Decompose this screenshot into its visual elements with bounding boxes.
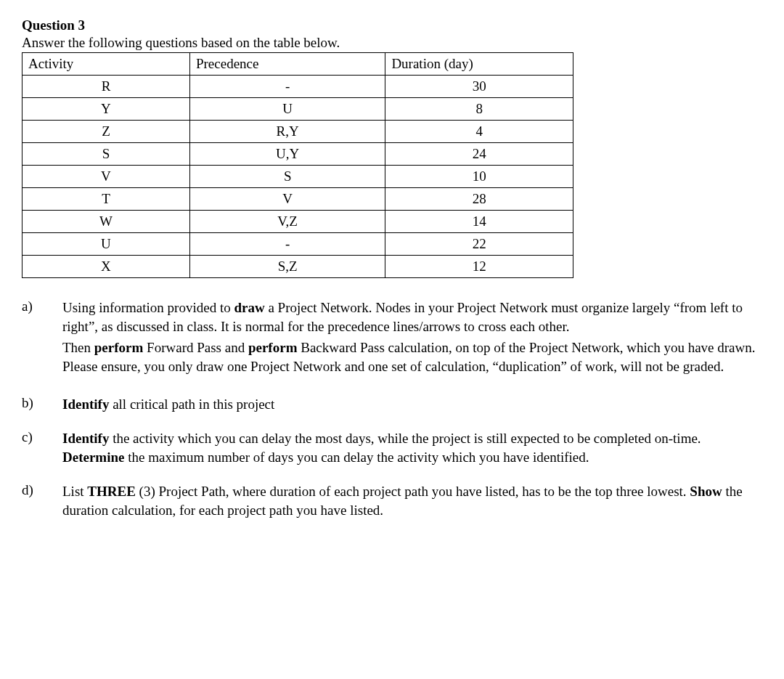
header-duration: Duration (day) — [385, 53, 573, 76]
table-cell: 14 — [385, 211, 573, 233]
table-cell: Y — [23, 98, 190, 121]
header-activity: Activity — [23, 53, 190, 76]
table-row: YU8 — [23, 98, 573, 121]
table-cell: 28 — [385, 188, 573, 211]
table-cell: X — [23, 256, 190, 278]
question-a: a) Using information provided to draw a … — [22, 298, 762, 379]
question-b: b) Identify all critical path in this pr… — [22, 395, 762, 414]
table-row: TV28 — [23, 188, 573, 211]
table-cell: V — [23, 166, 190, 188]
table-cell: T — [23, 188, 190, 211]
table-row: VS10 — [23, 166, 573, 188]
table-cell: S — [189, 166, 385, 188]
table-cell: - — [189, 233, 385, 256]
table-cell: 30 — [385, 76, 573, 98]
table-cell: - — [189, 76, 385, 98]
text: Using information provided to — [62, 300, 234, 315]
table-cell: V,Z — [189, 211, 385, 233]
table-row: U-22 — [23, 233, 573, 256]
question-text: Identify all critical path in this proje… — [62, 395, 762, 414]
text: Then — [62, 340, 94, 355]
table-header-row: Activity Precedence Duration (day) — [23, 53, 573, 76]
table-cell: 24 — [385, 143, 573, 166]
bold-text: perform — [248, 340, 298, 355]
table-row: R-30 — [23, 76, 573, 98]
bold-text: Identify — [62, 431, 109, 446]
table-cell: U — [23, 233, 190, 256]
question-label: c) — [22, 429, 42, 466]
question-text: Identify the activity which you can dela… — [62, 429, 762, 466]
bold-text: draw — [234, 300, 264, 315]
bold-text: Show — [690, 484, 722, 499]
header-precedence: Precedence — [189, 53, 385, 76]
table-cell: R — [23, 76, 190, 98]
text: the maximum number of days you can delay… — [124, 450, 589, 465]
question-label: d) — [22, 482, 42, 519]
question-intro: Answer the following questions based on … — [22, 35, 762, 51]
text: Forward Pass and — [143, 340, 248, 355]
table-cell: R,Y — [189, 121, 385, 143]
activity-table: Activity Precedence Duration (day) R-30Y… — [22, 52, 573, 278]
table-cell: V — [189, 188, 385, 211]
table-cell: U,Y — [189, 143, 385, 166]
question-list: a) Using information provided to draw a … — [22, 298, 762, 520]
table-row: SU,Y24 — [23, 143, 573, 166]
question-title: Question 3 — [22, 17, 762, 33]
table-cell: Z — [23, 121, 190, 143]
table-cell: 12 — [385, 256, 573, 278]
table-row: WV,Z14 — [23, 211, 573, 233]
table-row: XS,Z12 — [23, 256, 573, 278]
text: (3) Project Path, where duration of each… — [136, 484, 690, 499]
table-cell: U — [189, 98, 385, 121]
table-cell: 10 — [385, 166, 573, 188]
question-text: Using information provided to draw a Pro… — [62, 298, 762, 379]
question-d: d) List THREE (3) Project Path, where du… — [22, 482, 762, 519]
bold-text: Identify — [62, 397, 109, 412]
text: List — [62, 484, 87, 499]
table-cell: S,Z — [189, 256, 385, 278]
text: the activity which you can delay the mos… — [109, 431, 701, 446]
question-text: List THREE (3) Project Path, where durat… — [62, 482, 762, 519]
table-cell: 4 — [385, 121, 573, 143]
table-row: ZR,Y4 — [23, 121, 573, 143]
question-label: b) — [22, 395, 42, 414]
bold-text: THREE — [87, 484, 136, 499]
text: all critical path in this project — [109, 397, 274, 412]
bold-text: perform — [94, 340, 144, 355]
bold-text: Determine — [62, 450, 124, 465]
question-c: c) Identify the activity which you can d… — [22, 429, 762, 466]
table-cell: S — [23, 143, 190, 166]
question-label: a) — [22, 298, 42, 379]
table-cell: 22 — [385, 233, 573, 256]
table-cell: W — [23, 211, 190, 233]
table-cell: 8 — [385, 98, 573, 121]
